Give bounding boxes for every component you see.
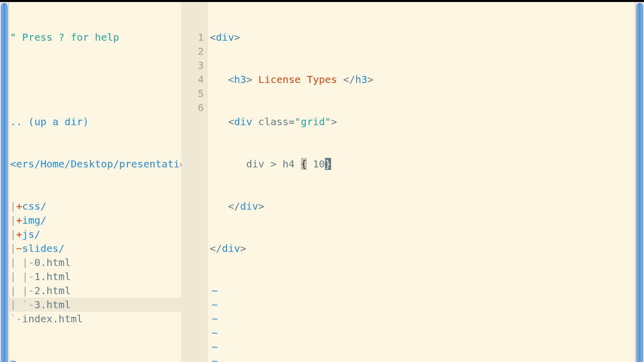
code-editor-pane[interactable]: 123456 <div> <h3> License Types </h3> <d… xyxy=(183,2,635,362)
line-number: 6 xyxy=(183,101,204,115)
line-number: 2 xyxy=(183,44,204,58)
empty-line: ~ xyxy=(9,354,181,362)
brace-open: { xyxy=(301,158,307,170)
tree-root-path[interactable]: <ers/Home/Desktop/presentation/ xyxy=(9,157,181,171)
scrollbar-left[interactable]: ▴▾ xyxy=(0,2,9,362)
tree-up-dir[interactable]: .. (up a dir) xyxy=(9,115,181,129)
empty-line: ~ xyxy=(210,326,635,340)
heading-text: License Types xyxy=(252,73,343,85)
empty-line: ~ xyxy=(210,284,635,298)
cursor: } xyxy=(325,158,331,170)
code-line-6: </div> xyxy=(210,241,635,255)
tree-entry-0html[interactable]: | |-0.html xyxy=(9,255,181,269)
tree-blank xyxy=(9,72,181,86)
code-line-2: <h3> License Types </h3> xyxy=(210,72,635,86)
tree-entry-indexhtml[interactable]: `-index.html xyxy=(9,312,181,326)
line-number: 5 xyxy=(183,86,204,101)
line-number: 1 xyxy=(183,30,204,44)
tree-entry-css[interactable]: |+css/ xyxy=(9,199,181,213)
tree-help-text: Press ? for help xyxy=(22,31,119,43)
editor-window: ▴▾ " Press ? for help .. (up a dir) <ers… xyxy=(0,2,644,360)
tree-entry-js[interactable]: |+js/ xyxy=(9,227,181,241)
tree-entry-1html[interactable]: | |-1.html xyxy=(9,269,181,284)
file-tree-pane[interactable]: " Press ? for help .. (up a dir) <ers/Ho… xyxy=(9,2,181,362)
empty-line: ~ xyxy=(210,298,635,312)
code-line-3: <div class="grid"> xyxy=(210,115,635,129)
tree-entry-img[interactable]: |+img/ xyxy=(9,213,181,227)
empty-line: ~ xyxy=(210,354,635,362)
main-split: ▴▾ " Press ? for help .. (up a dir) <ers… xyxy=(0,2,644,362)
tree-entry-slides[interactable]: |~slides/ xyxy=(9,241,181,255)
tree-entry-3html[interactable]: | `-3.html xyxy=(9,298,181,312)
empty-line: ~ xyxy=(210,340,635,354)
empty-line: ~ xyxy=(210,312,635,326)
emmet-expression: div > h4 xyxy=(246,158,300,170)
code-line-5: </div> xyxy=(210,199,635,213)
scrollbar-right[interactable]: ▴▾ xyxy=(635,2,644,362)
tree-entry-2html[interactable]: | |-2.html xyxy=(9,284,181,298)
scroll-thumb-right[interactable] xyxy=(636,3,643,362)
line-number: 3 xyxy=(183,58,204,72)
line-number: 4 xyxy=(183,72,204,86)
tree-help-line: " Press ? for help xyxy=(9,30,181,44)
code-area[interactable]: <div> <h3> License Types </h3> <div clas… xyxy=(208,2,635,362)
class-attr-value: "grid" xyxy=(295,116,331,128)
code-line-4: div > h4 { 10} xyxy=(210,157,635,171)
scroll-thumb-left[interactable] xyxy=(1,3,8,362)
line-number-gutter: 123456 xyxy=(183,2,208,362)
tree-help-quote: " xyxy=(10,31,22,43)
code-line-1: <div> xyxy=(210,30,635,44)
